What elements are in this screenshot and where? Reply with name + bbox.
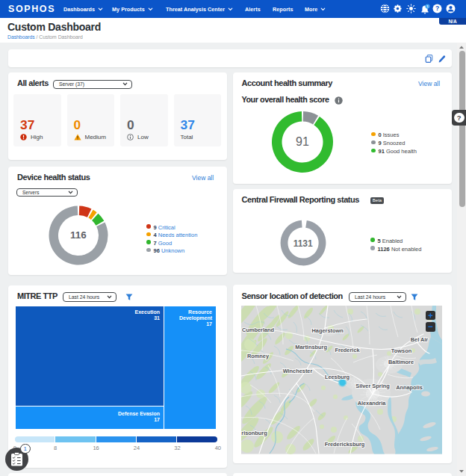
svg-text:Hagerstown: Hagerstown <box>311 327 344 334</box>
svg-text:Towson: Towson <box>391 347 411 354</box>
svg-text:Silver Spring: Silver Spring <box>355 383 390 389</box>
svg-text:Frederick: Frederick <box>335 347 360 353</box>
svg-text:Baltimore: Baltimore <box>388 359 414 365</box>
svg-text:Bel Air: Bel Air <box>410 336 428 343</box>
svg-text:risonburg: risonburg <box>241 430 267 436</box>
svg-text:Leesburg: Leesburg <box>324 374 350 380</box>
svg-text:Martinsburg: Martinsburg <box>295 344 327 350</box>
svg-text:Winchester: Winchester <box>282 368 312 374</box>
svg-text:Annapolis: Annapolis <box>396 384 423 391</box>
svg-text:Alexandria: Alexandria <box>357 400 386 407</box>
svg-text:?: ? <box>435 4 439 12</box>
svg-text:Romney: Romney <box>247 353 270 359</box>
svg-text:Fredericksburg: Fredericksburg <box>324 441 364 448</box>
svg-text:Cumberland: Cumberland <box>242 327 275 333</box>
